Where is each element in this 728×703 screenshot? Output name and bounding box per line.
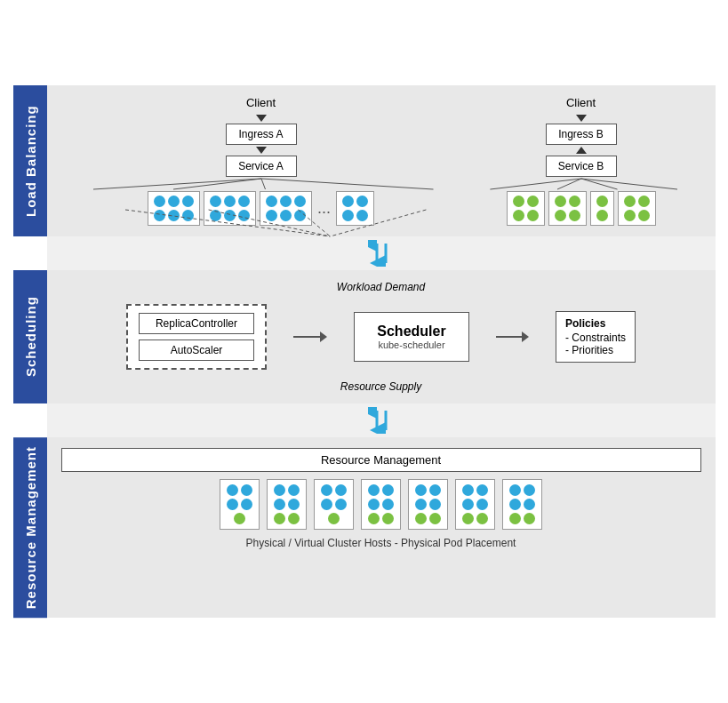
dot <box>274 499 285 510</box>
dot <box>356 196 368 207</box>
replica-autoscaler-box: ReplicaController AutoScaler <box>126 304 267 370</box>
dot <box>154 196 165 207</box>
dot <box>227 499 238 510</box>
dot <box>638 196 650 207</box>
dot <box>328 513 340 524</box>
dot <box>335 499 347 510</box>
pod-group-a4 <box>336 191 374 226</box>
ingress-b-box: Ingress B <box>546 124 617 145</box>
rm-pod-2 <box>267 479 307 530</box>
dot <box>429 513 441 524</box>
dot <box>368 499 380 510</box>
dot <box>288 513 300 524</box>
pod-group-b2 <box>548 191 587 226</box>
svg-line-2 <box>261 179 266 189</box>
dot <box>524 513 535 524</box>
dot <box>555 210 566 221</box>
dot <box>274 513 285 524</box>
dot <box>356 210 368 221</box>
scheduler-sub-label: kube-scheduler <box>372 340 451 350</box>
dot <box>382 499 394 510</box>
dot <box>280 196 292 207</box>
rm-pod-4 <box>361 479 401 530</box>
dot <box>234 513 245 524</box>
dot <box>154 210 165 221</box>
dot <box>210 210 221 221</box>
pod-group-b1 <box>507 191 545 226</box>
rm-pod-1 <box>220 479 260 530</box>
service-a-pods: ... <box>148 191 374 226</box>
ingress-a-box: Ingress A <box>226 124 297 145</box>
dot <box>321 499 332 510</box>
dot <box>241 484 252 496</box>
pod-group-a3 <box>260 191 312 226</box>
resource-management-content: Resource Management <box>47 437 716 618</box>
scheduling-label: Scheduling <box>13 270 47 403</box>
dot <box>266 196 277 207</box>
dot <box>168 210 180 221</box>
scheduling-section: Scheduling Workload Demand ReplicaContro… <box>13 270 716 403</box>
dot <box>280 210 292 221</box>
scheduler-box: Scheduler kube-scheduler <box>354 312 469 362</box>
architecture-diagram: Load Balancing Client Ingress A Service … <box>13 85 716 618</box>
bidir-arrow-2 <box>368 407 395 434</box>
dot <box>224 210 236 221</box>
dot <box>429 499 441 510</box>
dot <box>476 484 488 496</box>
dot <box>294 196 306 207</box>
pod-group-a2 <box>204 191 256 226</box>
service-b-pods <box>507 191 656 226</box>
dot <box>569 196 580 207</box>
resource-supply-label: Resource Supply <box>61 380 701 393</box>
dot <box>638 210 650 221</box>
client-b-label: Client <box>566 96 596 109</box>
scheduler-main-label: Scheduler <box>372 324 451 340</box>
arrow-to-scheduler <box>293 332 327 342</box>
dot <box>624 210 636 221</box>
dot <box>513 210 524 221</box>
dot <box>509 499 521 510</box>
service-b-box: Service B <box>546 156 617 177</box>
dot <box>382 513 394 524</box>
svg-line-1 <box>173 179 261 189</box>
arrow-client-ingress-b <box>576 115 587 122</box>
dot <box>527 210 539 221</box>
rm-pods-row <box>220 479 542 530</box>
dot <box>415 499 427 510</box>
scheduling-inner: ReplicaController AutoScaler Scheduler k… <box>61 297 701 377</box>
dot <box>462 484 474 496</box>
dot <box>596 196 608 207</box>
rm-pod-7 <box>502 479 542 530</box>
dot <box>368 513 380 524</box>
dot <box>382 484 394 496</box>
dot <box>227 484 238 496</box>
scheduling-content: Workload Demand ReplicaController AutoSc… <box>47 270 716 403</box>
dot <box>524 499 535 510</box>
dot <box>241 499 252 510</box>
pod-group-b4 <box>618 191 656 226</box>
dot <box>342 196 354 207</box>
rm-pod-6 <box>455 479 495 530</box>
dot <box>415 513 427 524</box>
svg-line-0 <box>93 179 261 189</box>
load-balancing-section: Load Balancing Client Ingress A Service … <box>13 85 716 236</box>
rm-footer-label: Physical / Virtual Cluster Hosts - Physi… <box>246 537 516 549</box>
rm-pod-5 <box>408 479 448 530</box>
connector-1 <box>13 236 716 270</box>
rm-inner: Resource Management <box>61 448 701 549</box>
workload-demand-label: Workload Demand <box>61 281 701 293</box>
dot <box>335 484 347 496</box>
policy-item-1: - Constraints <box>565 332 626 344</box>
service-a-connectors <box>61 177 461 188</box>
dot <box>462 513 474 524</box>
dot <box>168 196 180 207</box>
dot <box>415 484 427 496</box>
dot <box>182 210 194 221</box>
dot <box>224 196 236 207</box>
load-balancing-content: Client Ingress A Service A <box>47 85 716 236</box>
resource-management-box: Resource Management <box>61 448 701 472</box>
service-a-box: Service A <box>226 156 297 177</box>
dot <box>596 210 608 221</box>
replica-controller-box: ReplicaController <box>139 313 254 334</box>
resource-management-label: Resource Management <box>13 437 47 618</box>
